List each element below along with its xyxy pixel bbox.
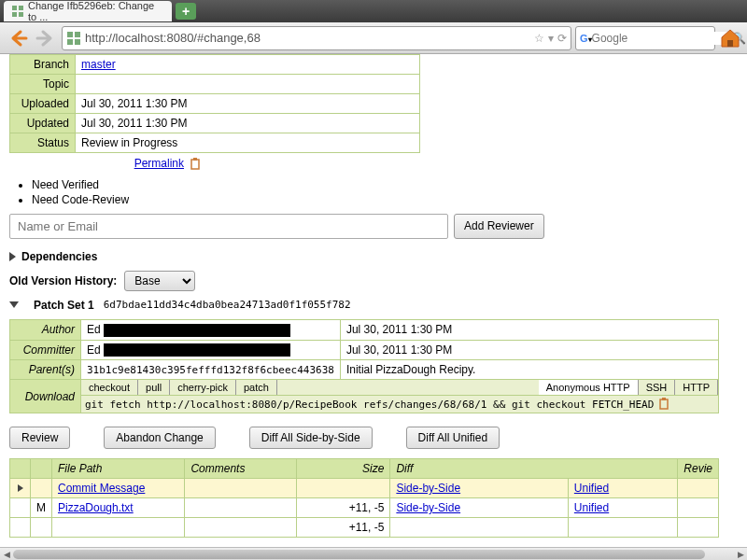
expand-right-icon [9,252,16,261]
protocol-tab-anon-http[interactable]: Anonymous HTTP [539,380,639,395]
protocol-tab-ssh[interactable]: SSH [639,380,676,395]
clipboard-icon[interactable] [657,398,670,411]
reviewer-input[interactable] [9,214,448,239]
forward-button[interactable] [34,26,58,50]
arrow-left-icon [7,28,28,49]
svg-rect-12 [662,398,666,400]
add-reviewer-row: Add Reviewer [9,214,738,239]
clipboard-icon[interactable] [189,158,202,171]
search-input[interactable] [592,32,732,45]
abandon-button[interactable]: Abandon Change [104,427,215,449]
author-label: Author [10,319,81,340]
svg-rect-0 [12,6,17,10]
version-history-row: Old Version History: Base [9,271,738,291]
scroll-thumb[interactable] [13,550,705,559]
uploaded-label: Uploaded [10,94,76,114]
diff-unified-link[interactable]: Unified [574,501,609,514]
file-size [297,479,390,498]
col-reviewed: Revie [678,459,719,479]
action-buttons: Review Abandon Change Diff All Side-by-S… [9,427,738,449]
home-icon [719,27,741,49]
updated-label: Updated [10,114,76,133]
page-content: Branchmaster Topic UploadedJul 30, 2011 … [0,54,747,560]
need-item: Need Code-Review [32,193,738,206]
browser-titlebar: Change Ifb5296eb: Change to ... + [0,0,747,22]
svg-rect-2 [12,12,17,17]
scroll-right-icon[interactable]: ▶ [734,549,747,560]
diff-unified-link[interactable]: Unified [574,482,609,495]
need-item: Need Verified [32,178,738,191]
scroll-left-icon[interactable]: ◀ [0,549,13,560]
updated-value: Jul 30, 2011 1:30 PM [76,114,420,133]
row-expand-icon[interactable] [18,484,23,492]
download-tab-cherry-pick[interactable]: cherry-pick [170,380,236,395]
dropdown-icon[interactable]: ▾ [548,32,554,45]
url-input[interactable] [85,31,534,45]
browser-tab[interactable]: Change Ifb5296eb: Change to ... [4,1,172,21]
table-row: M PizzaDough.txt +11, -5 Side-by-Side Un… [10,498,719,518]
col-comments: Comments [185,459,297,479]
horizontal-scrollbar[interactable]: ◀ ▶ [0,547,747,560]
author-date: Jul 30, 2011 1:30 PM [340,319,718,340]
committer-label: Committer [10,340,81,360]
files-table: File Path Comments Size Diff Revie Commi… [9,458,719,538]
add-reviewer-button[interactable]: Add Reviewer [454,214,544,239]
download-label: Download [10,380,81,413]
url-bar[interactable]: ☆ ▾ ⟳ [62,26,571,50]
url-actions: ☆ ▾ ⟳ [534,32,567,45]
permalink-row: Permalink [9,157,327,171]
parent-message: Initial PizzaDough Recipy. [340,360,718,380]
download-command[interactable]: git fetch http://localhost:8080/p/Recipe… [81,396,718,413]
parent-hash: 31b1c9e81430c395fefffd132f8f6cbeec443638 [81,360,341,380]
download-tab-pull[interactable]: pull [138,380,170,395]
file-size: +11, -5 [297,498,390,518]
version-history-label: Old Version History: [9,274,117,287]
arrow-right-icon [35,28,56,49]
uploaded-value: Jul 30, 2011 1:30 PM [76,94,420,114]
file-link[interactable]: Commit Message [58,482,145,495]
reload-icon[interactable]: ⟳ [557,32,567,45]
review-button[interactable]: Review [9,427,70,449]
google-icon: G▾ [580,33,592,44]
file-mark: M [31,498,52,518]
download-tab-patch[interactable]: patch [236,380,277,395]
patch-set-title: Patch Set 1 [34,299,94,312]
svg-rect-5 [75,32,80,37]
author-name: Ed [87,323,101,336]
patch-set-table: Author Ed Jul 30, 2011 1:30 PM Committer… [9,319,719,414]
diff-sbs-button[interactable]: Diff All Side-by-Side [249,427,373,449]
svg-rect-6 [67,39,73,45]
dependencies-label: Dependencies [21,250,97,263]
new-tab-button[interactable]: + [176,3,196,20]
col-diff: Diff [390,459,678,479]
url-favicon-icon [66,31,81,46]
table-row-total: +11, -5 [10,518,719,538]
download-tab-checkout[interactable]: checkout [81,380,138,395]
diff-sbs-link[interactable]: Side-by-Side [396,482,460,495]
col-file-path: File Path [52,459,185,479]
topic-value [76,75,420,94]
back-button[interactable] [6,26,30,50]
diff-unified-button[interactable]: Diff All Unified [406,427,500,449]
col-size: Size [297,459,390,479]
committer-date: Jul 30, 2011 1:30 PM [340,340,718,360]
dependencies-section[interactable]: Dependencies [9,250,738,263]
version-history-select[interactable]: Base [124,271,195,291]
search-bar[interactable]: G▾ 🔍 [575,26,715,50]
status-label: Status [10,133,76,153]
branch-link[interactable]: master [81,58,116,71]
diff-sbs-link[interactable]: Side-by-Side [396,501,460,514]
committer-name: Ed [87,343,101,357]
svg-rect-11 [660,399,668,409]
home-button[interactable] [719,27,741,49]
svg-rect-9 [191,160,199,169]
svg-rect-1 [19,6,23,10]
bookmark-star-icon[interactable]: ☆ [534,32,544,45]
patch-set-header[interactable]: Patch Set 1 6d7bdae11dd34c4dba0bea24713a… [9,299,738,312]
total-size: +11, -5 [297,518,390,538]
permalink-link[interactable]: Permalink [134,157,184,170]
file-mark [31,479,52,498]
protocol-tab-http[interactable]: HTTP [675,380,718,395]
file-link[interactable]: PizzaDough.txt [58,501,134,514]
tab-favicon-icon [11,5,24,18]
